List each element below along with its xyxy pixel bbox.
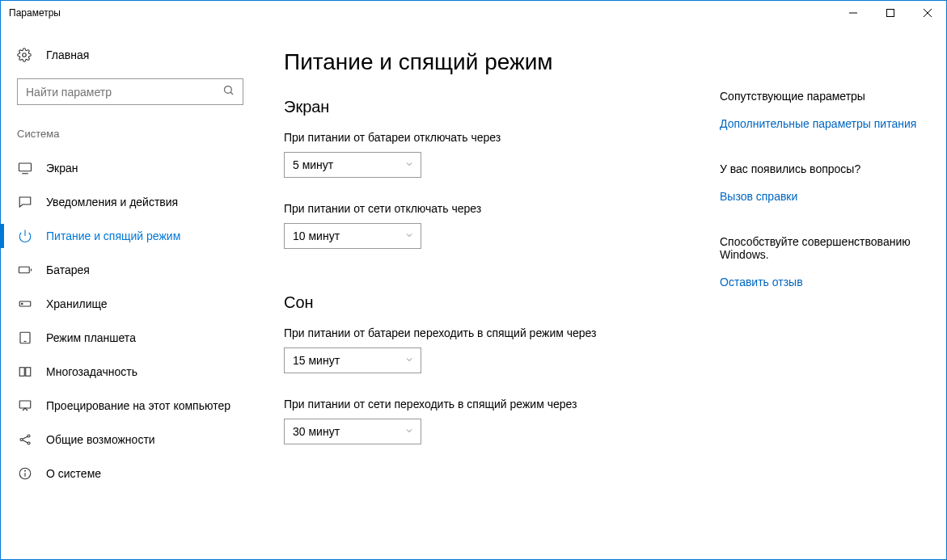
screen-battery-select[interactable]: 5 минут <box>284 152 421 178</box>
svg-point-21 <box>27 442 30 444</box>
sidebar-item-label: Уведомления и действия <box>46 196 178 208</box>
info-icon <box>17 466 33 481</box>
sleep-plugged-label: При питании от сети переходить в спящий … <box>284 398 704 411</box>
sidebar-item-label: Питание и спящий режим <box>46 229 180 242</box>
sleep-battery-value: 15 минут <box>293 354 340 367</box>
section-sleep-title: Сон <box>284 293 704 312</box>
svg-rect-17 <box>26 368 31 377</box>
page-title: Питание и спящий режим <box>284 49 704 75</box>
chevron-down-icon <box>404 229 414 242</box>
screen-plugged-value: 10 минут <box>293 229 340 242</box>
chevron-down-icon <box>404 425 414 438</box>
projecting-icon <box>17 398 33 413</box>
svg-rect-1 <box>887 10 894 17</box>
titlebar-controls <box>835 1 946 25</box>
right-panel: Сопутствующие параметры Дополнительные п… <box>720 25 946 559</box>
window-title: Параметры <box>9 7 61 19</box>
sidebar-item-label: Проецирование на этот компьютер <box>46 399 230 412</box>
gear-icon <box>17 48 33 62</box>
sidebar-home[interactable]: Главная <box>1 40 260 70</box>
search-icon <box>222 84 235 99</box>
battery-icon <box>17 263 33 277</box>
sidebar-group-title: Система <box>1 121 260 151</box>
help-link[interactable]: Вызов справки <box>720 190 930 203</box>
sidebar-item-label: Хранилище <box>46 297 108 310</box>
svg-line-23 <box>23 440 27 443</box>
improve-heading: Способствуйте совершенствованию Windows. <box>720 235 930 261</box>
sidebar-item-shared[interactable]: Общие возможности <box>1 423 260 457</box>
sidebar-item-notifications[interactable]: Уведомления и действия <box>1 185 260 219</box>
power-icon <box>17 229 33 243</box>
multitasking-icon <box>17 364 33 379</box>
sleep-plugged-select[interactable]: 30 минут <box>284 419 421 444</box>
sidebar-item-multitasking[interactable]: Многозадачность <box>1 355 260 389</box>
svg-line-22 <box>23 436 27 439</box>
svg-point-5 <box>225 86 232 94</box>
svg-point-26 <box>25 470 26 471</box>
close-icon <box>924 9 932 17</box>
section-screen-title: Экран <box>284 98 704 116</box>
minimize-icon <box>849 9 857 17</box>
svg-line-6 <box>230 92 233 95</box>
svg-point-13 <box>22 303 23 305</box>
sidebar-item-display[interactable]: Экран <box>1 151 260 185</box>
shared-icon <box>17 432 33 447</box>
sidebar: Главная Система Экран Уведомления и дейс… <box>1 25 260 559</box>
svg-rect-16 <box>19 368 24 377</box>
maximize-icon <box>886 9 894 17</box>
svg-point-4 <box>23 53 27 57</box>
sidebar-item-battery[interactable]: Батарея <box>1 253 260 287</box>
screen-battery-value: 5 минут <box>293 158 333 171</box>
sleep-plugged-value: 30 минут <box>293 425 340 438</box>
screen-battery-label: При питании от батареи отключать через <box>284 131 704 144</box>
content: Главная Система Экран Уведомления и дейс… <box>1 25 946 559</box>
sidebar-item-label: Режим планшета <box>46 331 136 344</box>
sleep-battery-label: При питании от батареи переходить в спящ… <box>284 326 704 339</box>
titlebar: Параметры <box>1 1 946 25</box>
sidebar-item-label: О системе <box>46 467 101 480</box>
svg-rect-10 <box>19 267 30 273</box>
search-box[interactable] <box>17 78 243 105</box>
display-icon <box>17 161 33 175</box>
sidebar-home-label: Главная <box>46 48 89 61</box>
screen-plugged-select[interactable]: 10 минут <box>284 223 421 249</box>
maximize-button[interactable] <box>872 1 909 25</box>
close-button[interactable] <box>909 1 946 25</box>
sidebar-item-about[interactable]: О системе <box>1 457 260 491</box>
related-heading: Сопутствующие параметры <box>720 90 930 103</box>
storage-icon <box>17 297 33 311</box>
sidebar-item-storage[interactable]: Хранилище <box>1 287 260 321</box>
screen-plugged-label: При питании от сети отключать через <box>284 202 704 215</box>
search-input[interactable] <box>26 86 222 99</box>
svg-point-20 <box>27 435 30 437</box>
sleep-battery-select[interactable]: 15 минут <box>284 347 421 373</box>
main-content: Питание и спящий режим Экран При питании… <box>260 25 720 559</box>
svg-rect-7 <box>19 163 32 171</box>
svg-rect-18 <box>19 401 31 408</box>
sidebar-item-tablet-mode[interactable]: Режим планшета <box>1 321 260 355</box>
sidebar-item-projecting[interactable]: Проецирование на этот компьютер <box>1 389 260 423</box>
notifications-icon <box>17 195 33 209</box>
chevron-down-icon <box>404 354 414 367</box>
additional-power-link[interactable]: Дополнительные параметры питания <box>720 117 930 130</box>
svg-point-19 <box>20 439 23 441</box>
chevron-down-icon <box>404 158 414 171</box>
sidebar-item-label: Общие возможности <box>46 433 155 446</box>
sidebar-item-label: Экран <box>46 162 78 175</box>
questions-heading: У вас появились вопросы? <box>720 162 930 175</box>
minimize-button[interactable] <box>835 1 872 25</box>
tablet-icon <box>17 331 33 345</box>
sidebar-item-label: Батарея <box>46 263 90 276</box>
sidebar-item-power-sleep[interactable]: Питание и спящий режим <box>1 219 260 253</box>
feedback-link[interactable]: Оставить отзыв <box>720 276 930 288</box>
sidebar-item-label: Многозадачность <box>46 365 137 378</box>
